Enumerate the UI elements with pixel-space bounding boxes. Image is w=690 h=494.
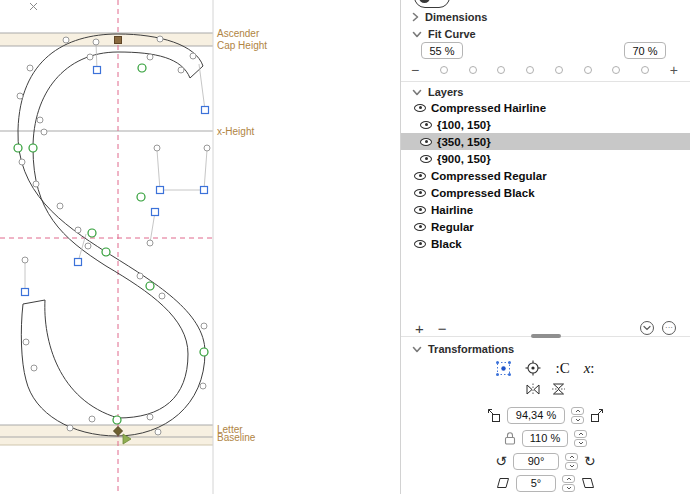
layer-label: Compressed Black bbox=[431, 187, 535, 199]
dimensions-label: Dimensions bbox=[425, 11, 487, 23]
remove-layer-button[interactable]: − bbox=[438, 321, 447, 336]
fit-curve-fields bbox=[401, 42, 690, 60]
chevron-down-icon bbox=[412, 346, 422, 353]
eye-icon[interactable] bbox=[414, 223, 426, 231]
scale-x-stepper[interactable] bbox=[571, 407, 584, 424]
eye-icon[interactable] bbox=[420, 138, 432, 146]
baseline-label: Baseline bbox=[217, 432, 256, 443]
layer-label: Hairline bbox=[431, 204, 473, 216]
fit-curve-minus-button[interactable]: − bbox=[411, 63, 419, 77]
fit-curve-step[interactable] bbox=[497, 66, 505, 74]
descender-zone bbox=[0, 425, 213, 445]
eye-icon[interactable] bbox=[414, 206, 426, 214]
section-layers[interactable]: Layers bbox=[401, 84, 690, 100]
fit-curve-plus-button[interactable]: + bbox=[670, 63, 678, 77]
flip-horizontal-icon[interactable] bbox=[525, 383, 541, 396]
offcurve-handles[interactable] bbox=[17, 36, 210, 435]
eye-icon[interactable] bbox=[414, 240, 426, 248]
layer-label: Compressed Regular bbox=[431, 170, 547, 182]
rotate-cw-icon[interactable]: ↻ bbox=[584, 454, 596, 468]
layer-row[interactable]: Compressed Regular bbox=[401, 167, 690, 184]
layer-options-button[interactable]: ··· bbox=[662, 321, 676, 335]
fit-curve-step[interactable] bbox=[612, 66, 620, 74]
fit-curve-step[interactable] bbox=[584, 66, 592, 74]
fit-curve-step[interactable] bbox=[641, 66, 649, 74]
slant-input[interactable] bbox=[516, 475, 556, 492]
fit-curve-max-input[interactable] bbox=[624, 42, 666, 59]
layer-filter-button[interactable] bbox=[640, 321, 654, 335]
fit-curve-step[interactable] bbox=[469, 66, 477, 74]
display-options-control[interactable] bbox=[414, 0, 450, 8]
add-layer-button[interactable]: + bbox=[415, 321, 424, 336]
glyph-canvas[interactable]: Ascender Cap Height x-Height Letter Base… bbox=[0, 0, 400, 494]
layer-row[interactable]: Compressed Hairline bbox=[401, 99, 690, 116]
metric-lines bbox=[0, 33, 213, 445]
fit-curve-label: Fit Curve bbox=[428, 28, 476, 40]
layer-label: Regular bbox=[431, 221, 474, 233]
x-height-label: x-Height bbox=[217, 126, 254, 137]
scale-x-input[interactable] bbox=[507, 407, 565, 424]
layer-label: Compressed Hairline bbox=[431, 102, 546, 114]
eye-icon[interactable] bbox=[420, 155, 432, 163]
cap-height-label: Cap Height bbox=[217, 40, 267, 51]
rotate-stepper[interactable] bbox=[565, 453, 578, 470]
slant-right-icon[interactable] bbox=[581, 477, 595, 489]
scale-y-input[interactable] bbox=[522, 430, 568, 447]
cap-height-reference[interactable]: :C bbox=[555, 361, 569, 376]
layer-row[interactable]: {900, 150} bbox=[401, 150, 690, 167]
corner-nodes[interactable] bbox=[22, 67, 209, 296]
fit-curve-min-input[interactable] bbox=[421, 42, 463, 59]
cross-node[interactable] bbox=[30, 3, 37, 10]
glyph-outline-s[interactable] bbox=[18, 34, 205, 436]
layer-label: {900, 150} bbox=[437, 153, 491, 165]
section-dimensions[interactable]: Dimensions bbox=[401, 9, 690, 25]
fit-curve-step[interactable] bbox=[526, 66, 534, 74]
fit-curve-step[interactable] bbox=[555, 66, 563, 74]
inspector-panel: Dimensions Fit Curve − + bbox=[400, 0, 690, 494]
scale-left-icon[interactable] bbox=[486, 408, 501, 423]
layer-row-selected[interactable]: {350, 150} bbox=[401, 133, 690, 150]
transform-origin-icon[interactable] bbox=[496, 361, 511, 376]
transform-scale-y-row bbox=[401, 428, 690, 448]
x-height-reference[interactable]: x: bbox=[584, 361, 595, 376]
flip-vertical-icon[interactable] bbox=[551, 382, 566, 396]
scale-right-icon[interactable] bbox=[590, 408, 605, 423]
ascender-label: Ascender bbox=[217, 28, 260, 39]
eye-icon[interactable] bbox=[414, 172, 426, 180]
section-transformations[interactable]: Transformations bbox=[401, 341, 690, 357]
pane-resize-handle[interactable] bbox=[531, 334, 561, 338]
glyph-editing-area[interactable]: Ascender Cap Height x-Height Letter Base… bbox=[0, 0, 400, 494]
layer-label: {100, 150} bbox=[437, 119, 491, 131]
layer-label: {350, 150} bbox=[437, 136, 491, 148]
handle-stems bbox=[25, 42, 207, 292]
slant-left-icon[interactable] bbox=[496, 477, 510, 489]
layer-row[interactable]: Compressed Black bbox=[401, 184, 690, 201]
alignment-guides bbox=[0, 0, 213, 494]
eye-icon[interactable] bbox=[414, 104, 426, 112]
layers-label: Layers bbox=[428, 86, 463, 98]
eye-icon[interactable] bbox=[420, 121, 432, 129]
ascender-zone bbox=[0, 33, 213, 46]
transformations-label: Transformations bbox=[428, 343, 514, 355]
scale-y-stepper[interactable] bbox=[574, 430, 587, 447]
layer-row[interactable]: Hairline bbox=[401, 201, 690, 218]
layer-row[interactable]: Black bbox=[401, 235, 690, 252]
layer-row[interactable]: Regular bbox=[401, 218, 690, 235]
smooth-nodes[interactable] bbox=[14, 64, 208, 424]
layer-label: Black bbox=[431, 238, 462, 250]
chevron-down-icon bbox=[412, 89, 422, 96]
fit-curve-step[interactable] bbox=[440, 66, 448, 74]
section-fit-curve[interactable]: Fit Curve bbox=[401, 26, 690, 42]
layer-row[interactable]: {100, 150} bbox=[401, 116, 690, 133]
slant-stepper[interactable] bbox=[562, 475, 575, 492]
rotate-input[interactable] bbox=[513, 453, 559, 470]
lock-icon[interactable] bbox=[504, 431, 516, 445]
display-options-dot bbox=[419, 0, 430, 3]
transform-reference-row: :C x: bbox=[401, 358, 690, 378]
transform-slant-row bbox=[401, 473, 690, 493]
eye-icon[interactable] bbox=[414, 189, 426, 197]
transform-mirror-row bbox=[401, 381, 690, 397]
rotate-ccw-icon[interactable]: ↺ bbox=[495, 454, 507, 468]
selected-node[interactable] bbox=[115, 37, 122, 44]
crosshair-icon[interactable] bbox=[525, 360, 541, 376]
